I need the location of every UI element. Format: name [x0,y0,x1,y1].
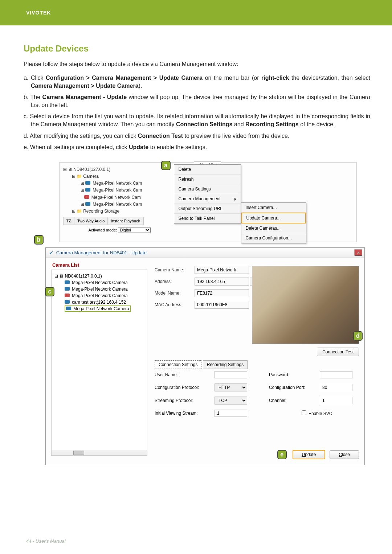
tab-tz[interactable]: TZ [64,217,74,225]
close-button[interactable]: Close [330,450,359,459]
tree-item[interactable]: cam test test(192.168.4.152 [54,299,144,305]
channel-field[interactable] [320,397,352,404]
content-area: Update Devices Please follow the steps b… [0,25,392,465]
step-a: a. Click Configuration > Camera Manageme… [24,74,370,90]
tabs-row: TZ Two Way Audio Instant Playback [63,217,144,225]
menu-refresh[interactable]: Refresh [174,175,241,184]
annotation-a: a [161,161,171,170]
menu-send-talk[interactable]: Send to Talk Panel [174,214,241,223]
step-e: e. When all settings are completed, clic… [24,143,370,151]
brand-text: VIVOTEK [26,10,51,16]
menu-delete[interactable]: Delete [174,165,241,175]
submenu-update[interactable]: Update Camera... [241,213,306,223]
update-button[interactable]: Update [293,450,326,459]
stream-protocol-label: Streaming Protocol: [155,398,215,403]
annotation-e: e [277,450,287,459]
camera-mgmt-submenu: Insert Camera... Update Camera... Delete… [241,202,306,243]
model-field[interactable] [195,289,249,297]
cfg-port-label: Configuration Port: [269,385,320,390]
password-field[interactable] [320,371,352,378]
username-field[interactable] [215,371,247,378]
activated-mode-row: Activated mode: Digital [89,227,151,233]
mac-label: MAC Address: [155,302,195,307]
header-bar: VIVOTEK [0,0,392,25]
tree-item-selected[interactable]: Mega-Pixel Network Camera [65,305,131,312]
check-icon: ✔ [49,250,53,255]
cfg-protocol-select[interactable]: HTTP [215,383,247,391]
tab-connection-settings[interactable]: Connection Settings [155,360,201,369]
device-tree[interactable]: ⊟ 🖥 ND8401(127.0.0.1) ⊟ 📁 Camera ⊞ Mega-… [63,166,142,215]
step-d: d. After modifying the settings, you can… [24,132,370,140]
annotation-b: b [34,235,44,245]
tab-recording-settings[interactable]: Recording Settings [203,360,248,369]
step-b: b. The Camera Management - Update window… [24,93,370,109]
cfg-protocol-label: Configuration Protocol: [155,385,215,390]
context-menu: Delete Refresh Camera Settings Camera Ma… [174,164,241,224]
step-c: c. Select a device from the list you wan… [24,112,370,128]
username-label: User Name: [155,372,215,377]
tab-instant[interactable]: Instant Playback [108,217,143,225]
initial-stream-field[interactable] [215,410,247,417]
settings-tabs: Connection Settings Recording Settings [155,360,248,369]
window-titlebar: ✔ Camera Management for ND8401 - Update … [46,248,364,258]
mode-label: Activated mode: [89,228,117,232]
stream-protocol-select[interactable]: TCP [215,397,247,405]
close-icon[interactable]: ✕ [354,249,362,256]
scrollbar-horizontal[interactable] [51,450,147,456]
enable-svc-row[interactable]: Enable SVC [302,410,332,416]
address-label: Address: [155,279,195,284]
submenu-insert[interactable]: Insert Camera... [241,203,306,213]
camera-list-tree[interactable]: ⊟ 🖥 ND8401(127.0.0.1) Mega-Pixel Network… [51,270,147,453]
screenshot-context-menu: a b ●Live View ⊟ 🖥 ND8401(127.0.0.1) ⊟ 📁… [59,162,357,242]
steps-list: a. Click Configuration > Camera Manageme… [24,74,370,151]
chevron-right-icon [234,198,236,201]
initial-stream-label: Initial Viewing Stream: [155,411,215,416]
menu-output-url[interactable]: Output Streaming URL [174,204,241,214]
camera-name-field[interactable] [195,266,249,274]
annotation-d: d [353,331,363,341]
model-label: Model Name: [155,291,195,296]
window-title: Camera Management for ND8401 - Update [56,250,147,255]
password-label: Password: [269,372,320,377]
connection-settings-panel: User Name: Password: Configuration Proto… [155,371,359,422]
annotation-c: c [45,287,54,296]
mode-select[interactable]: Digital [118,227,151,233]
tree-item[interactable]: Mega-Pixel Network Camera [54,286,144,292]
page-title: Update Devices [24,44,370,54]
tab-twoway[interactable]: Two Way Audio [74,217,108,225]
screenshots: a b ●Live View ⊟ 🖥 ND8401(127.0.0.1) ⊟ 📁… [24,162,370,465]
menu-camera-management[interactable]: Camera Management [174,194,241,204]
intro-text: Please follow the steps below to update … [24,61,370,67]
enable-svc-checkbox[interactable] [302,410,306,415]
camera-details: Camera Name: Address:⟳ Model Name: MAC A… [155,266,259,312]
page-footer: 44 - User's Manual [26,538,66,544]
tree-item[interactable]: Mega-Pixel Network Camera [54,292,144,299]
address-field[interactable] [195,278,249,286]
connection-test-button[interactable]: Connection Test [317,348,359,356]
menu-camera-settings[interactable]: Camera Settings [174,184,241,194]
cfg-port-field[interactable] [320,384,352,391]
submenu-delete[interactable]: Delete Cameras... [241,223,306,233]
camera-name-label: Camera Name: [155,267,195,272]
submenu-config[interactable]: Camera Configuration... [241,233,306,243]
camera-list-label: Camera List [52,262,79,268]
screenshot-update-window: c d ✔ Camera Management for ND8401 - Upd… [45,247,365,465]
channel-label: Channel: [269,398,320,403]
mac-field[interactable] [195,301,249,309]
video-preview [252,266,359,344]
footer-buttons: e Update Close [277,450,359,459]
tree-item[interactable]: Mega-Pixel Network Camera [54,279,144,286]
